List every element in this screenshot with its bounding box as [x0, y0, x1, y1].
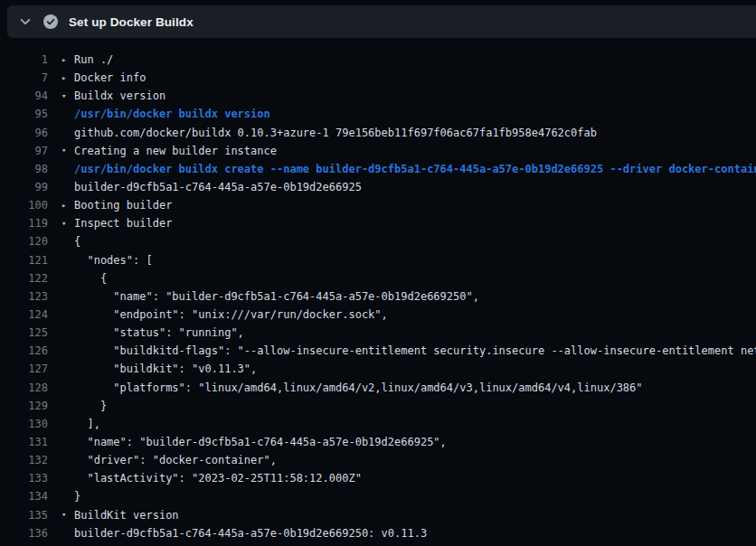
line-number[interactable]: 121 — [0, 254, 48, 267]
line-number[interactable]: 125 — [0, 326, 48, 339]
log-line: 123 "name": "builder-d9cfb5a1-c764-445a-… — [0, 287, 756, 306]
line-number[interactable]: 97 — [0, 145, 48, 157]
step-title: Set up Docker Buildx — [69, 15, 194, 29]
line-number[interactable]: 1 — [0, 53, 48, 66]
log-line: 130 ], — [0, 415, 756, 433]
triangle-right-icon[interactable]: ▸ — [61, 202, 74, 210]
log-group-toggle[interactable]: 7▸Docker info — [0, 69, 756, 87]
log-line: 133 "lastActivity": "2023-02-25T11:58:12… — [0, 469, 756, 487]
line-number[interactable]: 95 — [0, 108, 48, 120]
output-text: "status": "running", — [74, 326, 244, 339]
output-text: { — [74, 235, 80, 248]
group-label: Docker info — [74, 71, 146, 84]
log-group-toggle[interactable]: 94▾Buildx version — [0, 87, 756, 105]
line-number[interactable]: 135 — [0, 509, 48, 522]
output-text: builder-d9cfb5a1-c764-445a-a57e-0b19d2e6… — [74, 527, 427, 540]
command-text: /usr/bin/docker buildx version — [74, 108, 270, 120]
line-number[interactable]: 123 — [0, 290, 48, 303]
triangle-down-icon[interactable]: ▾ — [61, 146, 74, 155]
line-number[interactable]: 136 — [0, 527, 48, 540]
step-header[interactable]: Set up Docker Buildx — [7, 5, 756, 38]
triangle-down-icon[interactable]: ▾ — [61, 92, 74, 100]
log-line: 95/usr/bin/docker buildx version — [0, 105, 756, 123]
log-line: 125 "status": "running", — [0, 324, 756, 342]
line-number[interactable]: 7 — [0, 71, 48, 84]
line-number[interactable]: 99 — [0, 181, 48, 193]
chevron-down-icon[interactable] — [14, 11, 36, 33]
output-text: ], — [74, 418, 100, 430]
line-number[interactable]: 130 — [0, 418, 48, 430]
line-number[interactable]: 126 — [0, 344, 48, 357]
triangle-down-icon[interactable]: ▾ — [61, 220, 74, 228]
output-text: "name": "builder-d9cfb5a1-c764-445a-a57e… — [74, 290, 479, 303]
line-number[interactable]: 131 — [0, 436, 48, 448]
log-line: 121 "nodes": [ — [0, 251, 756, 269]
output-text: "buildkitd-flags": "--allow-insecure-ent… — [74, 344, 756, 357]
log-line: 127 "buildkit": "v0.11.3", — [0, 360, 756, 378]
line-number[interactable]: 122 — [0, 272, 48, 285]
output-text: } — [74, 490, 80, 503]
line-number[interactable]: 134 — [0, 490, 48, 503]
log-line: 136builder-d9cfb5a1-c764-445a-a57e-0b19d… — [0, 524, 756, 542]
output-text: "nodes": [ — [74, 254, 153, 267]
log-group-toggle[interactable]: 135▾BuildKit version — [0, 506, 756, 524]
triangle-right-icon[interactable]: ▸ — [61, 74, 74, 82]
log-line: 122 { — [0, 269, 756, 287]
output-text: "endpoint": "unix:///var/run/docker.sock… — [74, 308, 388, 321]
line-number[interactable]: 129 — [0, 400, 48, 412]
triangle-right-icon[interactable]: ▸ — [61, 56, 74, 64]
log-line: 98/usr/bin/docker buildx create --name b… — [0, 160, 756, 178]
group-label: Booting builder — [74, 199, 172, 212]
output-text: "buildkit": "v0.11.3", — [74, 362, 257, 375]
output-text: "platforms": "linux/amd64,linux/amd64/v2… — [74, 381, 643, 394]
line-number[interactable]: 133 — [0, 472, 48, 485]
line-number[interactable]: 98 — [0, 163, 48, 175]
output-text: github.com/docker/buildx 0.10.3+azure-1 … — [74, 127, 597, 139]
line-number[interactable]: 94 — [0, 89, 48, 102]
group-label: Run ./ — [74, 53, 113, 66]
output-text: "lastActivity": "2023-02-25T11:58:12.000… — [74, 472, 362, 485]
output-text: "driver": "docker-container", — [74, 454, 277, 466]
line-number[interactable]: 127 — [0, 362, 48, 375]
line-number[interactable]: 119 — [0, 217, 48, 230]
log-line: 96github.com/docker/buildx 0.10.3+azure-… — [0, 124, 756, 142]
output-text: { — [74, 272, 107, 285]
output-text: "name": "builder-d9cfb5a1-c764-445a-a57e… — [74, 436, 447, 448]
line-number[interactable]: 100 — [0, 199, 48, 212]
group-label: Inspect builder — [74, 217, 172, 230]
line-number[interactable]: 132 — [0, 454, 48, 466]
line-number[interactable]: 128 — [0, 381, 48, 394]
triangle-down-icon[interactable]: ▾ — [61, 511, 74, 519]
line-number[interactable]: 96 — [0, 127, 48, 139]
log-line: 120{ — [0, 232, 756, 250]
line-number[interactable]: 120 — [0, 235, 48, 248]
log-line: 99builder-d9cfb5a1-c764-445a-a57e-0b19d2… — [0, 178, 756, 196]
group-label: Creating a new builder instance — [74, 145, 277, 157]
log-line: 131 "name": "builder-d9cfb5a1-c764-445a-… — [0, 433, 756, 451]
output-text: } — [74, 400, 107, 412]
line-number[interactable]: 124 — [0, 308, 48, 321]
log-line: 129 } — [0, 397, 756, 415]
log-group-toggle[interactable]: 97▾Creating a new builder instance — [0, 142, 756, 160]
check-circle-icon — [43, 14, 58, 29]
log-line: 132 "driver": "docker-container", — [0, 451, 756, 469]
log-line: 126 "buildkitd-flags": "--allow-insecure… — [0, 342, 756, 360]
output-text: builder-d9cfb5a1-c764-445a-a57e-0b19d2e6… — [74, 181, 362, 193]
log-group-toggle[interactable]: 1▸Run ./ — [0, 51, 756, 69]
log-group-toggle[interactable]: 100▸Booting builder — [0, 196, 756, 214]
log-line: 124 "endpoint": "unix:///var/run/docker.… — [0, 306, 756, 324]
log-line: 134} — [0, 487, 756, 505]
log-area: 1▸Run ./7▸Docker info94▾Buildx version95… — [0, 38, 756, 542]
log-group-toggle[interactable]: 119▾Inspect builder — [0, 214, 756, 232]
group-label: BuildKit version — [74, 509, 179, 522]
log-line: 128 "platforms": "linux/amd64,linux/amd6… — [0, 379, 756, 397]
command-text: /usr/bin/docker buildx create --name bui… — [74, 163, 756, 175]
group-label: Buildx version — [74, 89, 165, 102]
